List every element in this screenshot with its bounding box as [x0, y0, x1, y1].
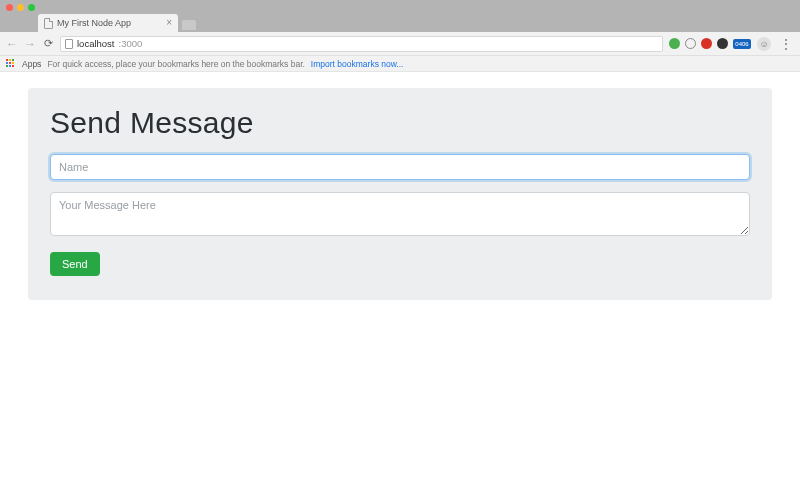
import-bookmarks-link[interactable]: Import bookmarks now... [311, 59, 404, 69]
extension-icon[interactable] [669, 38, 680, 49]
message-card: Send Message Send [28, 88, 772, 300]
page-heading: Send Message [50, 106, 750, 140]
window-titlebar [0, 0, 800, 14]
new-tab-button[interactable] [182, 20, 196, 30]
window-close-icon[interactable] [6, 4, 13, 11]
tab-close-icon[interactable]: × [166, 18, 172, 28]
page-viewport: Send Message Send [0, 72, 800, 316]
profile-avatar-icon[interactable]: ☺ [757, 37, 771, 51]
browser-tab[interactable]: My First Node App × [38, 14, 178, 32]
send-button[interactable]: Send [50, 252, 100, 276]
reload-button[interactable]: ⟳ [42, 37, 54, 50]
page-icon [44, 18, 53, 29]
browser-menu-icon[interactable]: ⋮ [777, 37, 794, 51]
message-textarea[interactable] [50, 192, 750, 236]
window-zoom-icon[interactable] [28, 4, 35, 11]
url-port: :3000 [119, 38, 143, 49]
bookmarks-hint: For quick access, place your bookmarks h… [47, 59, 304, 69]
site-info-icon[interactable] [65, 39, 73, 49]
extension-icon[interactable] [701, 38, 712, 49]
window-minimize-icon[interactable] [17, 4, 24, 11]
bookmarks-bar: Apps For quick access, place your bookma… [0, 56, 800, 72]
extension-badge[interactable]: 0406 [733, 39, 751, 49]
address-bar[interactable]: localhost:3000 [60, 36, 663, 52]
url-host: localhost [77, 38, 115, 49]
apps-label[interactable]: Apps [22, 59, 41, 69]
extension-icon[interactable] [685, 38, 696, 49]
tab-strip: My First Node App × [0, 14, 800, 32]
browser-toolbar: ← → ⟳ localhost:3000 0406 ☺ ⋮ [0, 32, 800, 56]
apps-icon[interactable] [6, 59, 16, 69]
name-input[interactable] [50, 154, 750, 180]
back-button[interactable]: ← [6, 37, 18, 51]
extension-icon[interactable] [717, 38, 728, 49]
extension-icons: 0406 [669, 38, 751, 49]
forward-button[interactable]: → [24, 37, 36, 51]
tab-title: My First Node App [57, 18, 131, 28]
